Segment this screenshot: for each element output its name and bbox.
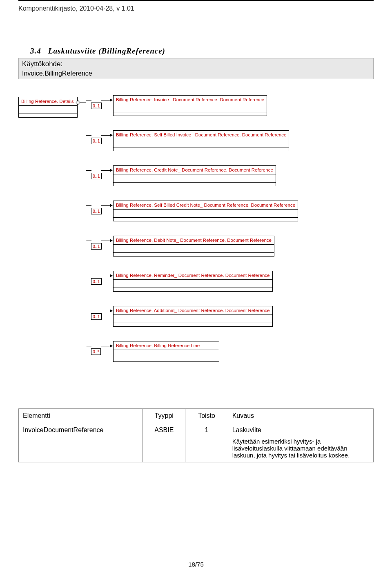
- entity-body: [114, 245, 274, 253]
- entity-child: Billing Reference. Additional_ Document …: [113, 306, 273, 327]
- usage-label: Käyttökohde:: [22, 60, 370, 68]
- entity-body: [114, 104, 267, 112]
- connector-branch: [86, 170, 91, 171]
- entity-child: Billing Reference. Debit Note_ Document …: [113, 236, 274, 257]
- connector-line: [101, 276, 110, 276]
- cardinality-box: 0..1: [91, 173, 102, 179]
- entity-foot: [114, 183, 276, 186]
- entity-child-title: Billing Reference. Debit Note_ Document …: [114, 236, 274, 245]
- entity-body: [114, 174, 276, 183]
- usage-value: Invoice.BillingReference: [22, 70, 370, 77]
- connector-branch: [86, 346, 91, 346]
- entity-child: Billing Reference. Self Billed Invoice_ …: [113, 130, 289, 151]
- th-tyyppi: Tyyppi: [143, 409, 185, 423]
- cardinality-box: 0..1: [91, 103, 102, 109]
- connector-branch: [86, 241, 91, 241]
- entity-child: Billing Reference. Reminder_ Document Re…: [113, 271, 273, 292]
- connector-line: [101, 346, 110, 346]
- td-kuvaus: Laskuviite Käytetään esimerkiksi hyvitys…: [228, 423, 373, 462]
- entity-foot: [19, 114, 77, 117]
- connector-branch: [86, 135, 91, 136]
- entity-root-title: Billing Reference. Details: [19, 97, 77, 106]
- connector-line: [101, 311, 110, 311]
- cardinality-box: 0..*: [91, 348, 101, 355]
- entity-foot: [114, 218, 298, 221]
- entity-foot: [114, 323, 272, 326]
- arrow-head-icon: [110, 169, 113, 172]
- entity-foot: [114, 112, 267, 116]
- entity-child: Billing Reference. Invoice_ Document Ref…: [113, 95, 267, 116]
- entity-foot: [114, 358, 219, 361]
- td-toisto: 1: [185, 423, 228, 462]
- entity-body: [114, 315, 272, 323]
- entity-child-title: Billing Reference. Self Billed Credit No…: [114, 201, 298, 210]
- arrow-head-icon: [110, 239, 113, 242]
- arrow-head-icon: [110, 274, 113, 277]
- connector-branch: [86, 205, 91, 206]
- entity-child-title: Billing Reference. Credit Note_ Document…: [114, 166, 276, 174]
- entity-child-title: Billing Reference. Reminder_ Document Re…: [114, 271, 272, 280]
- page-header: Komponenttikirjasto, 2010-04-28, v 1.01: [18, 5, 134, 12]
- td-tyyppi: ASBIE: [143, 423, 185, 462]
- connector-branch: [86, 311, 91, 311]
- entity-body: [114, 280, 272, 288]
- arrow-head-icon: [110, 98, 113, 102]
- connector-line: [101, 135, 110, 136]
- th-elementti: Elementti: [19, 409, 143, 423]
- entity-root: Billing Reference. Details: [18, 97, 78, 118]
- section-title: Laskutusviite (BillingReference): [48, 47, 165, 55]
- header-rule: [18, 0, 374, 1]
- arrow-head-icon: [110, 309, 113, 312]
- entity-child: Billing Reference. Credit Note_ Document…: [113, 165, 276, 186]
- entity-body: [114, 210, 298, 218]
- entity-body: [114, 139, 289, 147]
- usage-box: Käyttökohde: Invoice.BillingReference: [18, 58, 374, 79]
- connector-line: [101, 241, 110, 241]
- entity-child-title: Billing Reference. Billing Reference Lin…: [114, 341, 219, 350]
- section-heading: 3.4 Laskutusviite (BillingReference): [30, 47, 165, 56]
- entity-child: Billing Reference. Billing Reference Lin…: [113, 341, 219, 362]
- kuvaus-title: Laskuviite: [232, 426, 369, 434]
- cardinality-box: 0..1: [91, 208, 102, 214]
- entity-body: [19, 106, 77, 114]
- table-row: InvoiceDocumentReference ASBIE 1 Laskuvi…: [19, 423, 374, 462]
- table-header-row: Elementti Tyyppi Toisto Kuvaus: [19, 409, 374, 423]
- entity-child-title: Billing Reference. Additional_ Document …: [114, 306, 272, 315]
- connector-line: [101, 205, 110, 206]
- kuvaus-desc: Käytetään esimerkiksi hyvitys- ja lisäve…: [232, 438, 369, 459]
- cardinality-box: 0..1: [91, 278, 102, 285]
- connector-vertical: [86, 103, 86, 348]
- connector-line: [101, 170, 110, 171]
- element-table: Elementti Tyyppi Toisto Kuvaus InvoiceDo…: [18, 408, 374, 462]
- entity-child-title: Billing Reference. Self Billed Invoice_ …: [114, 131, 289, 139]
- td-elementti: InvoiceDocumentReference: [19, 423, 143, 462]
- entity-child: Billing Reference. Self Billed Credit No…: [113, 201, 298, 221]
- cardinality-box: 0..1: [91, 138, 102, 144]
- page-footer: 18/75: [0, 561, 392, 568]
- connector-horizontal: [80, 103, 86, 103]
- th-toisto: Toisto: [185, 409, 228, 423]
- arrow-head-icon: [110, 344, 113, 348]
- section-number: 3.4: [30, 47, 41, 55]
- cardinality-box: 0..1: [91, 313, 102, 320]
- connector-line: [101, 100, 110, 100]
- cardinality-box: 0..1: [91, 243, 102, 250]
- arrow-head-icon: [110, 134, 113, 137]
- entity-foot: [114, 253, 274, 256]
- entity-child-title: Billing Reference. Invoice_ Document Ref…: [114, 96, 267, 104]
- entity-foot: [114, 288, 272, 291]
- entity-foot: [114, 147, 289, 151]
- arrow-head-icon: [110, 204, 113, 207]
- th-kuvaus: Kuvaus: [228, 409, 373, 423]
- entity-body: [114, 350, 219, 358]
- connector-branch: [86, 276, 91, 276]
- connector-branch: [86, 100, 91, 100]
